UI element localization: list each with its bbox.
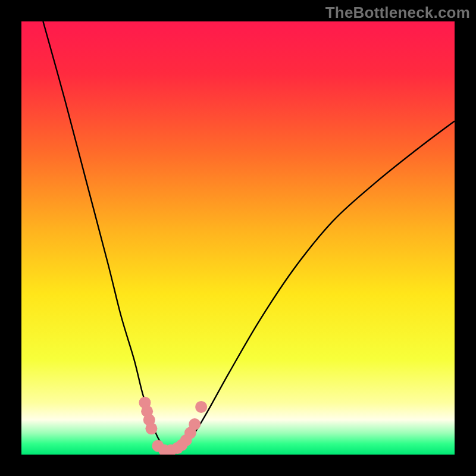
outer-frame: TheBottleneck.com	[0, 0, 476, 476]
plot-area	[21, 21, 455, 455]
watermark-text: TheBottleneck.com	[325, 4, 470, 22]
marker-point	[195, 401, 207, 413]
marker-point	[189, 418, 201, 430]
gradient-background	[21, 21, 455, 455]
bottleneck-chart	[21, 21, 455, 455]
marker-point	[145, 422, 157, 434]
